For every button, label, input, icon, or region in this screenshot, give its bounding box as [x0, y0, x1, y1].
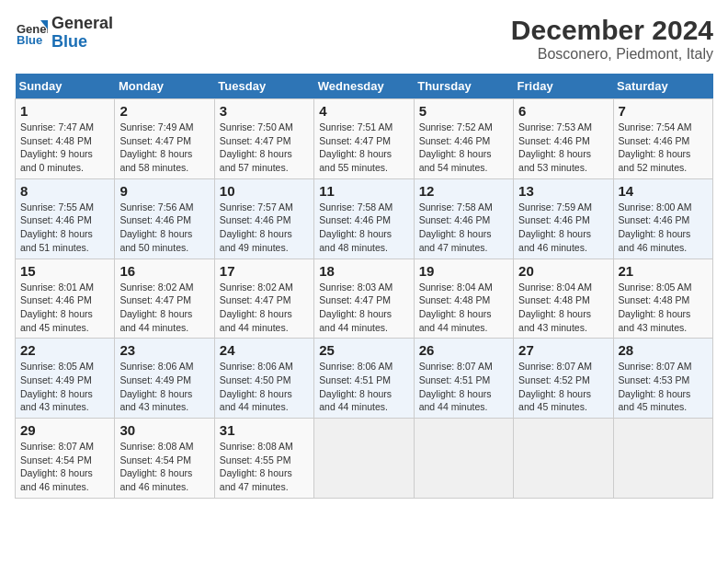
sunset-text: Sunset: 4:49 PM — [20, 374, 92, 385]
daylight-text-cont: and 43 minutes. — [20, 401, 89, 412]
daylight-text-cont: and 47 minutes. — [220, 481, 289, 492]
daylight-text-cont: and 52 minutes. — [619, 162, 688, 173]
calendar-cell: 31Sunrise: 8:08 AMSunset: 4:55 PMDayligh… — [214, 419, 313, 499]
daylight-text: Daylight: 8 hours — [518, 308, 591, 319]
sunset-text: Sunset: 4:48 PM — [20, 135, 92, 146]
daylight-text: Daylight: 8 hours — [220, 148, 292, 159]
day-number: 11 — [319, 183, 408, 199]
day-number: 19 — [419, 263, 508, 279]
daylight-text: Daylight: 8 hours — [20, 308, 93, 319]
day-info: Sunrise: 8:08 AMSunset: 4:55 PMDaylight:… — [220, 440, 309, 494]
daylight-text-cont: and 55 minutes. — [319, 162, 388, 173]
sunset-text: Sunset: 4:47 PM — [119, 294, 191, 305]
day-number: 28 — [619, 342, 708, 358]
daylight-text-cont: and 46 minutes. — [619, 242, 688, 253]
sunset-text: Sunset: 4:47 PM — [220, 294, 291, 305]
sunrise-text: Sunrise: 8:01 AM — [20, 282, 94, 293]
daylight-text: Daylight: 8 hours — [518, 148, 591, 159]
sunrise-text: Sunrise: 8:03 AM — [319, 282, 392, 293]
day-info: Sunrise: 7:54 AMSunset: 4:46 PMDaylight:… — [619, 121, 708, 175]
sunset-text: Sunset: 4:46 PM — [518, 135, 590, 146]
calendar-cell: 27Sunrise: 8:07 AMSunset: 4:52 PMDayligh… — [514, 339, 613, 419]
sunrise-text: Sunrise: 8:07 AM — [419, 361, 493, 372]
sunset-text: Sunset: 4:46 PM — [419, 135, 491, 146]
calendar-cell: 12Sunrise: 7:58 AMSunset: 4:46 PMDayligh… — [414, 178, 513, 259]
weekday-header: Monday — [115, 74, 214, 99]
calendar-cell: 6Sunrise: 7:53 AMSunset: 4:46 PMDaylight… — [514, 99, 613, 179]
day-info: Sunrise: 7:53 AMSunset: 4:46 PMDaylight:… — [518, 121, 608, 175]
day-info: Sunrise: 8:07 AMSunset: 4:53 PMDaylight:… — [619, 360, 708, 414]
day-info: Sunrise: 7:59 AMSunset: 4:46 PMDaylight:… — [518, 201, 608, 255]
daylight-text: Daylight: 8 hours — [619, 228, 691, 239]
sunrise-text: Sunrise: 7:56 AM — [119, 201, 193, 213]
calendar-cell: 1Sunrise: 7:47 AMSunset: 4:48 PMDaylight… — [16, 99, 115, 179]
daylight-text: Daylight: 8 hours — [119, 228, 192, 239]
sunrise-text: Sunrise: 8:08 AM — [220, 441, 293, 452]
sunset-text: Sunset: 4:46 PM — [119, 214, 191, 225]
daylight-text-cont: and 50 minutes. — [119, 242, 188, 253]
sunset-text: Sunset: 4:53 PM — [619, 374, 690, 385]
weekday-header: Sunday — [16, 74, 115, 99]
sunrise-text: Sunrise: 7:51 AM — [319, 121, 392, 132]
sunrise-text: Sunrise: 7:50 AM — [220, 121, 293, 132]
daylight-text-cont: and 44 minutes. — [220, 401, 289, 412]
daylight-text-cont: and 45 minutes. — [20, 322, 89, 333]
daylight-text-cont: and 54 minutes. — [419, 162, 488, 173]
calendar-cell — [514, 419, 613, 499]
day-number: 12 — [419, 183, 508, 199]
day-number: 27 — [518, 342, 608, 358]
daylight-text-cont: and 46 minutes. — [119, 481, 188, 492]
calendar-cell: 26Sunrise: 8:07 AMSunset: 4:51 PMDayligh… — [414, 339, 513, 419]
sunrise-text: Sunrise: 8:06 AM — [319, 361, 392, 372]
daylight-text: Daylight: 8 hours — [220, 228, 292, 239]
day-number: 14 — [619, 183, 708, 199]
daylight-text-cont: and 44 minutes. — [419, 401, 488, 412]
day-number: 22 — [20, 342, 109, 358]
day-info: Sunrise: 8:05 AMSunset: 4:48 PMDaylight:… — [619, 281, 708, 335]
sunrise-text: Sunrise: 7:52 AM — [419, 121, 493, 132]
day-number: 10 — [220, 183, 309, 199]
daylight-text-cont: and 48 minutes. — [319, 242, 388, 253]
sunrise-text: Sunrise: 7:57 AM — [220, 201, 293, 213]
calendar-cell: 14Sunrise: 8:00 AMSunset: 4:46 PMDayligh… — [613, 178, 712, 259]
calendar-cell: 2Sunrise: 7:49 AMSunset: 4:47 PMDaylight… — [115, 99, 214, 179]
weekday-header: Thursday — [414, 74, 513, 99]
daylight-text: Daylight: 8 hours — [619, 388, 691, 399]
daylight-text: Daylight: 8 hours — [319, 148, 392, 159]
sunset-text: Sunset: 4:51 PM — [319, 374, 391, 385]
day-info: Sunrise: 7:55 AMSunset: 4:46 PMDaylight:… — [20, 201, 109, 255]
day-info: Sunrise: 7:52 AMSunset: 4:46 PMDaylight:… — [419, 121, 508, 175]
daylight-text: Daylight: 8 hours — [419, 228, 492, 239]
calendar-cell: 4Sunrise: 7:51 AMSunset: 4:47 PMDaylight… — [314, 99, 414, 179]
day-info: Sunrise: 7:58 AMSunset: 4:46 PMDaylight:… — [319, 201, 408, 255]
sunrise-text: Sunrise: 8:00 AM — [619, 201, 692, 213]
sunset-text: Sunset: 4:47 PM — [119, 135, 191, 146]
calendar-table: SundayMondayTuesdayWednesdayThursdayFrid… — [15, 74, 713, 499]
daylight-text: Daylight: 8 hours — [119, 308, 192, 319]
sunrise-text: Sunrise: 7:58 AM — [419, 201, 493, 213]
daylight-text-cont: and 43 minutes. — [518, 322, 587, 333]
day-info: Sunrise: 8:04 AMSunset: 4:48 PMDaylight:… — [518, 281, 608, 335]
daylight-text: Daylight: 8 hours — [319, 308, 392, 319]
day-number: 18 — [319, 263, 408, 279]
sunrise-text: Sunrise: 8:05 AM — [619, 282, 692, 293]
day-number: 30 — [119, 422, 209, 438]
daylight-text: Daylight: 8 hours — [419, 388, 492, 399]
calendar-week-row: 8Sunrise: 7:55 AMSunset: 4:46 PMDaylight… — [16, 178, 713, 259]
header-row: SundayMondayTuesdayWednesdayThursdayFrid… — [16, 74, 713, 99]
day-info: Sunrise: 8:03 AMSunset: 4:47 PMDaylight:… — [319, 281, 408, 335]
daylight-text: Daylight: 8 hours — [419, 308, 492, 319]
sunrise-text: Sunrise: 8:07 AM — [20, 441, 94, 452]
daylight-text: Daylight: 8 hours — [119, 148, 192, 159]
sunrise-text: Sunrise: 7:53 AM — [518, 121, 592, 132]
sunrise-text: Sunrise: 7:59 AM — [518, 201, 592, 213]
daylight-text-cont: and 53 minutes. — [518, 162, 587, 173]
daylight-text: Daylight: 8 hours — [220, 467, 292, 478]
daylight-text-cont: and 44 minutes. — [419, 322, 488, 333]
daylight-text: Daylight: 9 hours — [20, 148, 93, 159]
calendar-cell: 20Sunrise: 8:04 AMSunset: 4:48 PMDayligh… — [514, 259, 613, 339]
calendar-cell: 23Sunrise: 8:06 AMSunset: 4:49 PMDayligh… — [115, 339, 214, 419]
sunset-text: Sunset: 4:49 PM — [119, 374, 191, 385]
daylight-text-cont: and 57 minutes. — [220, 162, 289, 173]
calendar-cell — [414, 419, 513, 499]
